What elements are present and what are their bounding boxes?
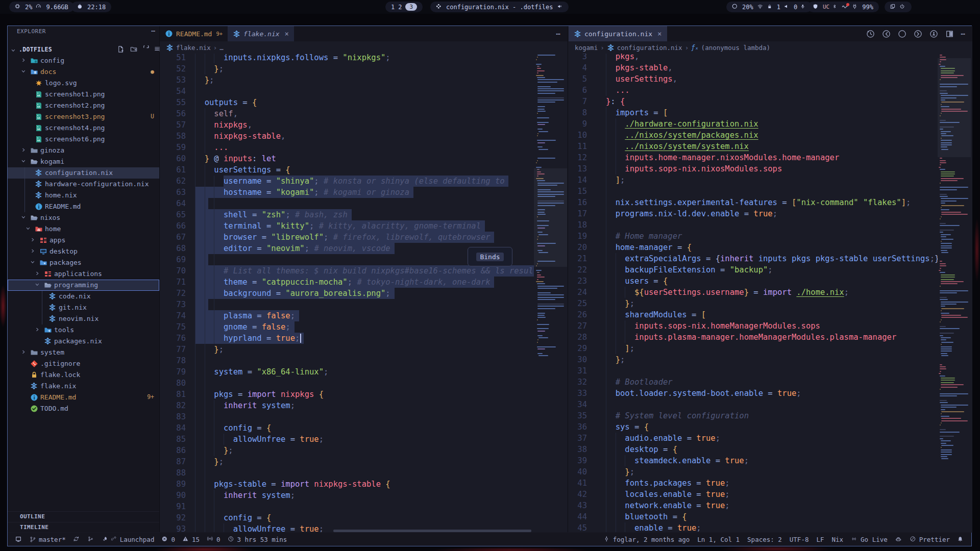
tree-item-nixos[interactable]: nixos: [8, 212, 159, 223]
tree-item-neovim.nix[interactable]: neovim.nix: [8, 313, 159, 324]
explorer-more-icon[interactable]: ⋯: [151, 27, 155, 35]
more-actions-icon[interactable]: ⋯: [556, 30, 560, 38]
tree-item-kogami[interactable]: kogami: [8, 156, 159, 167]
sync-button[interactable]: [74, 536, 80, 543]
warnings-indicator[interactable]: 15: [183, 536, 200, 543]
line-number: 54: [160, 86, 186, 97]
code-text: audio.enable = true;: [606, 433, 720, 444]
tree-item-tools[interactable]: tools: [8, 324, 159, 336]
workspace-active[interactable]: 3: [405, 3, 417, 11]
indentation-indicator[interactable]: Spaces: 2: [747, 536, 782, 543]
go-live-button[interactable]: Go Live: [851, 536, 888, 543]
git-branch-indicator[interactable]: master*: [30, 536, 66, 543]
breadcrumb-item[interactable]: kogami: [575, 44, 598, 52]
wakatime-indicator[interactable]: 3 hrs 53 mins: [228, 536, 287, 543]
tree-item-screenshot1.png[interactable]: screenshot1.png: [8, 89, 159, 100]
tree-item-home[interactable]: home: [8, 223, 159, 235]
circ-icon[interactable]: [898, 30, 906, 38]
root-folder-header[interactable]: .DOTFILES: [8, 44, 159, 56]
breadcrumbs[interactable]: flake.nix›…: [160, 41, 568, 54]
tree-item-apps[interactable]: apps: [8, 235, 159, 246]
clipboard-icon[interactable]: [890, 4, 896, 10]
tree-item-flake.lock[interactable]: flake.lock: [8, 369, 159, 381]
code-text: # Bootloader: [606, 377, 673, 388]
minimap-slider[interactable]: [534, 168, 567, 267]
tree-item-programming[interactable]: programming: [8, 280, 159, 291]
breadcrumb-item[interactable]: (anonymous lambda): [701, 44, 770, 52]
radio-icon: [207, 536, 214, 543]
close-icon[interactable]: ×: [285, 30, 289, 38]
tree-item-screenshot2.png[interactable]: screenshot2.png: [8, 100, 159, 111]
code-area[interactable]: 3 pkgs,4 pkgs-stable,5 userSettings,6 ..…: [569, 54, 938, 533]
tree-item-hardware-configuration.nix[interactable]: hardware-configuration.nix: [8, 179, 159, 190]
status-text: foglar, 2 months ago: [613, 536, 690, 543]
history-icon[interactable]: [866, 30, 875, 38]
tab-configuration.nix[interactable]: configuration.nix×: [569, 26, 667, 41]
tree-item-readme.md[interactable]: README.md: [8, 201, 159, 212]
tree-item-packages[interactable]: packages: [8, 257, 159, 268]
cursor-position[interactable]: Ln 1, Col 1: [697, 536, 740, 543]
code-area[interactable]: 51 inputs.nixpkgs.follows = "nixpkgs";52…: [160, 54, 534, 533]
copilot-button[interactable]: [895, 536, 902, 543]
tree-item-desktop[interactable]: desktop: [8, 246, 159, 257]
new-folder-button[interactable]: [130, 45, 138, 55]
nix-icon: [607, 44, 615, 52]
close-icon[interactable]: ×: [657, 30, 662, 38]
tree-item-configuration.nix[interactable]: configuration.nix: [8, 167, 159, 179]
workspace[interactable]: 1: [391, 4, 395, 11]
tree-item-docs[interactable]: docs●: [8, 66, 159, 78]
git-graph-button[interactable]: [88, 536, 94, 543]
encoding-indicator[interactable]: UTF-8: [790, 536, 809, 543]
code-text: sys = {: [606, 421, 649, 433]
line-number: 80: [160, 378, 186, 389]
breadcrumb-item[interactable]: …: [219, 44, 224, 52]
timeline-section[interactable]: TIMELINE: [8, 522, 159, 533]
tree-item-code.nix[interactable]: code.nix: [8, 291, 159, 302]
tree-item-logo.svg[interactable]: logo.svg: [8, 78, 159, 89]
minimap[interactable]: [534, 54, 567, 533]
errors-indicator[interactable]: 0: [162, 536, 175, 543]
circfwd-icon[interactable]: [914, 30, 922, 38]
new-file-button[interactable]: [117, 45, 125, 55]
tree-item-home.nix[interactable]: home.nix: [8, 190, 159, 201]
tree-item-screenshot4.png[interactable]: screenshot4.png: [8, 122, 159, 134]
remote-window-button[interactable]: [15, 536, 22, 543]
tree-item-screenshot6.png[interactable]: screenshot6.png: [8, 134, 159, 145]
breadcrumb-item[interactable]: flake.nix: [176, 44, 211, 52]
ports-indicator[interactable]: 0: [207, 536, 220, 543]
git-blame-indicator[interactable]: foglar, 2 months ago: [604, 536, 690, 543]
tree-item-readme.md[interactable]: README.md9+: [8, 392, 159, 403]
workspace[interactable]: 2: [398, 4, 402, 11]
tree-item-todo.md[interactable]: TODO.md: [8, 403, 159, 414]
split-icon[interactable]: [945, 30, 954, 38]
tree-item-.gitignore[interactable]: .gitignore: [8, 358, 159, 369]
tab-flake.nix[interactable]: flake.nix×: [228, 26, 294, 41]
tree-item-applications[interactable]: applications: [8, 268, 159, 280]
tree-item-config[interactable]: config: [8, 55, 159, 66]
minimap[interactable]: [938, 54, 971, 533]
minimap-slider[interactable]: [938, 58, 971, 157]
power-icon[interactable]: [900, 4, 906, 10]
more-actions-icon[interactable]: ⋯: [961, 30, 965, 38]
launchpad-button[interactable]: Launchpad: [102, 536, 155, 543]
prettier-indicator[interactable]: Prettier: [910, 536, 950, 543]
tree-item-screenshot3.png[interactable]: screenshot3.pngU: [8, 111, 159, 122]
tree-item-flake.nix[interactable]: flake.nix: [8, 381, 159, 392]
line-number: 76: [160, 333, 186, 344]
breadcrumbs[interactable]: kogami›configuration.nix›ƒₓ(anonymous la…: [569, 41, 972, 54]
folder-arrow-icon: [44, 326, 52, 336]
outline-section[interactable]: OUTLINE: [8, 511, 159, 522]
eol-indicator[interactable]: LF: [816, 536, 824, 543]
tree-item-git.nix[interactable]: git.nix: [8, 302, 159, 313]
tree-item-packages.nix[interactable]: packages.nix: [8, 336, 159, 347]
notifications-bell[interactable]: [958, 536, 964, 543]
tab-readme.md[interactable]: README.md9+: [160, 26, 228, 41]
language-indicator[interactable]: Nix: [832, 536, 844, 543]
circback-icon[interactable]: [882, 30, 891, 38]
tree-item-ginoza[interactable]: ginoza: [8, 145, 159, 156]
tree-item-system[interactable]: system: [8, 347, 159, 358]
refresh-explorer-button[interactable]: [142, 45, 150, 55]
breadcrumb-item[interactable]: configuration.nix: [617, 44, 682, 52]
tree-item-label: ginoza: [40, 146, 64, 154]
circrun-icon[interactable]: [929, 30, 938, 38]
